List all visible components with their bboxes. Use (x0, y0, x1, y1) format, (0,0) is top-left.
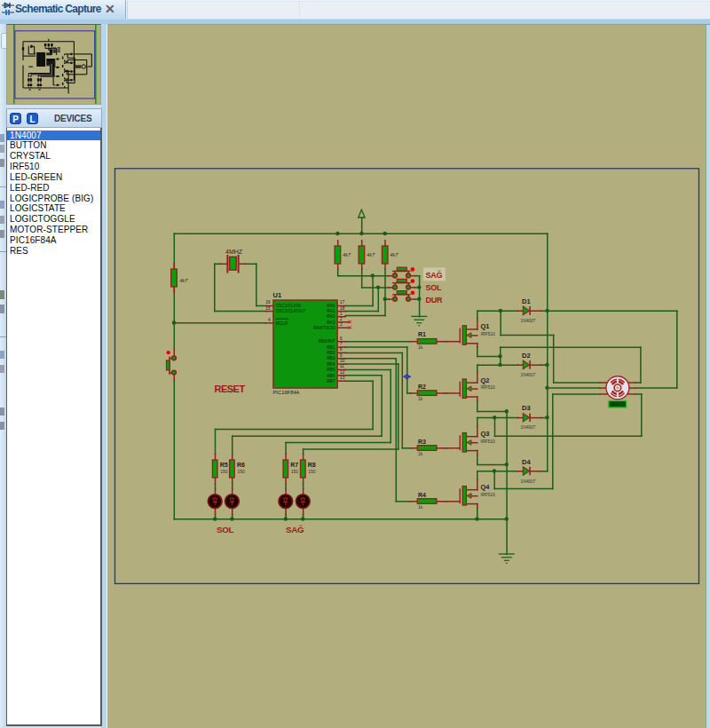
svg-text:4k7: 4k7 (390, 252, 399, 257)
svg-text:1N4007: 1N4007 (521, 425, 536, 430)
svg-text:150: 150 (220, 469, 228, 474)
svg-text:RB3: RB3 (327, 356, 335, 360)
svg-text:D3: D3 (522, 404, 531, 412)
svg-text:16: 16 (265, 299, 271, 305)
svg-text:RB6: RB6 (327, 374, 335, 378)
svg-text:150: 150 (308, 469, 316, 474)
svg-text:SOL: SOL (217, 525, 234, 534)
svg-text:1N4007: 1N4007 (521, 319, 536, 323)
svg-text:RB4: RB4 (327, 362, 335, 367)
svg-text:D4: D4 (522, 458, 531, 466)
svg-text:9: 9 (340, 352, 343, 358)
svg-text:IRF510: IRF510 (481, 439, 496, 444)
svg-text:DUR: DUR (426, 296, 444, 305)
svg-text:SOL: SOL (426, 283, 443, 292)
svg-text:R1: R1 (418, 331, 426, 337)
svg-text:PIC16F84A: PIC16F84A (273, 390, 300, 395)
svg-text:48.0: 48.0 (611, 403, 619, 408)
svg-text:RESET: RESET (215, 384, 246, 394)
svg-text:RA2: RA2 (327, 314, 335, 319)
svg-text:Q2: Q2 (481, 376, 490, 384)
svg-text:R8: R8 (308, 462, 316, 468)
svg-text:RB1: RB1 (327, 345, 335, 350)
svg-text:4k7: 4k7 (180, 278, 189, 283)
svg-text:R7: R7 (290, 462, 298, 468)
svg-text:150: 150 (291, 469, 299, 474)
svg-text:R2: R2 (418, 384, 426, 390)
svg-text:4k7: 4k7 (367, 252, 375, 257)
svg-text:18: 18 (340, 305, 345, 311)
svg-text:1k: 1k (418, 451, 423, 456)
svg-text:R6: R6 (237, 462, 245, 468)
svg-text:RA4/T0CKI: RA4/T0CKI (313, 326, 335, 330)
svg-text:Q1: Q1 (481, 322, 490, 330)
svg-text:1N4007: 1N4007 (521, 373, 536, 377)
svg-text:D1: D1 (522, 297, 531, 305)
svg-text:2: 2 (340, 316, 343, 321)
svg-text:13: 13 (340, 375, 345, 380)
svg-text:1k: 1k (418, 396, 423, 401)
svg-text:R5: R5 (220, 462, 228, 468)
svg-text:8: 8 (340, 346, 343, 352)
svg-text:11: 11 (340, 363, 344, 368)
svg-text:RA0: RA0 (327, 304, 335, 308)
svg-text:MCLR: MCLR (276, 321, 288, 326)
svg-text:IRF510: IRF510 (481, 492, 496, 497)
svg-text:150: 150 (237, 469, 245, 474)
svg-text:4: 4 (268, 317, 271, 322)
svg-text:R4: R4 (418, 492, 426, 498)
svg-text:Q3: Q3 (481, 430, 490, 438)
svg-text:SAĞ: SAĞ (286, 525, 304, 534)
svg-text:IRF510: IRF510 (481, 331, 496, 336)
svg-text:RA3: RA3 (327, 320, 335, 325)
svg-text:6: 6 (340, 336, 343, 341)
svg-text:10: 10 (340, 358, 345, 363)
svg-text:OSC2/CLKOUT: OSC2/CLKOUT (276, 309, 306, 313)
svg-text:Q4: Q4 (481, 483, 491, 491)
svg-text:U1: U1 (273, 291, 282, 299)
svg-text:3: 3 (340, 321, 343, 327)
svg-text:7: 7 (340, 341, 343, 346)
svg-text:15: 15 (265, 305, 271, 311)
svg-text:RB5: RB5 (327, 368, 335, 372)
svg-text:1k: 1k (418, 344, 423, 350)
svg-text:RB2: RB2 (327, 351, 335, 355)
svg-text:RB0/INT: RB0/INT (319, 339, 335, 344)
svg-text:1N4007: 1N4007 (521, 479, 536, 484)
svg-text:SAĞ: SAĞ (426, 270, 443, 280)
svg-text:4MHZ: 4MHZ (225, 249, 243, 255)
svg-text:RB7: RB7 (327, 379, 335, 384)
svg-text:1k: 1k (418, 504, 423, 510)
svg-text:4k7: 4k7 (343, 252, 351, 257)
svg-text:IRF510: IRF510 (481, 384, 496, 390)
svg-text:17: 17 (340, 299, 345, 305)
svg-text:OSC1/CLKIN: OSC1/CLKIN (276, 304, 302, 308)
svg-text:R3: R3 (418, 439, 426, 445)
svg-text:RA1: RA1 (327, 309, 335, 313)
svg-text:12: 12 (340, 369, 345, 375)
svg-text:1: 1 (340, 311, 343, 316)
svg-text:D2: D2 (522, 352, 531, 360)
